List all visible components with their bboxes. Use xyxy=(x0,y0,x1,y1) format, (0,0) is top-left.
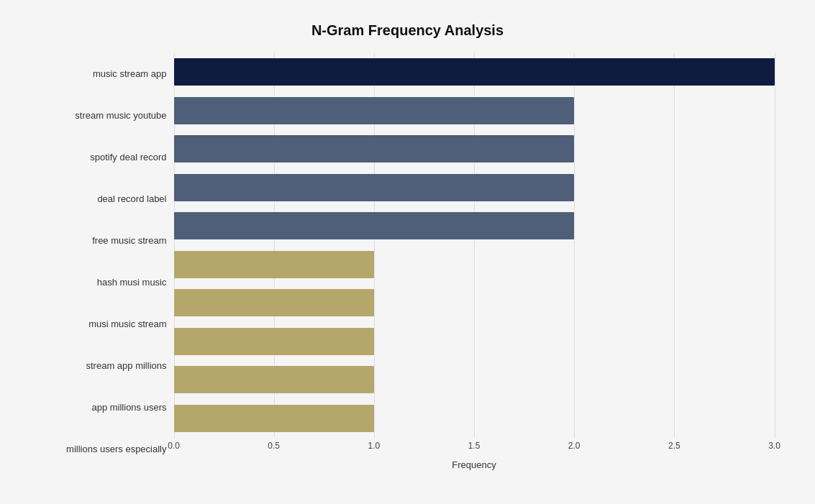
bar-hash-musi-music xyxy=(174,251,374,278)
x-tick: 2.5 xyxy=(668,441,680,451)
bar-row xyxy=(174,53,775,91)
x-tick: 2.0 xyxy=(568,441,580,451)
bar-row xyxy=(174,284,775,321)
plot-area: 0.00.51.01.52.02.53.0 Frequency xyxy=(174,53,775,470)
x-tick: 1.5 xyxy=(468,441,481,451)
bar-app-millions-users xyxy=(174,366,374,393)
y-label: millions users especially xyxy=(66,431,166,468)
bar-stream-music-youtube xyxy=(174,97,575,124)
bar-music-stream-app xyxy=(174,58,775,86)
y-label: music stream app xyxy=(93,55,167,93)
x-tick: 3.0 xyxy=(768,441,780,451)
bars-wrapper xyxy=(174,53,775,438)
y-label: hash musi music xyxy=(97,264,167,301)
bar-spotify-deal-record xyxy=(174,135,575,162)
bar-row xyxy=(174,361,775,398)
x-tick: 0.0 xyxy=(168,441,180,451)
x-axis: 0.00.51.01.52.02.53.0 Frequency xyxy=(174,441,775,470)
chart-area: music stream appstream music youtubespot… xyxy=(41,53,775,470)
chart-container: N-Gram Frequency Analysis music stream a… xyxy=(12,8,803,497)
y-label: deal record label xyxy=(97,180,166,218)
bar-row xyxy=(174,92,775,129)
bar-free-music-stream xyxy=(174,212,575,239)
y-label: free music stream xyxy=(92,222,166,260)
x-axis-label: Frequency xyxy=(174,459,775,470)
bar-row xyxy=(174,169,775,206)
bar-row xyxy=(174,207,775,244)
bar-row xyxy=(174,130,775,168)
y-label: stream app millions xyxy=(86,347,167,385)
grid-line xyxy=(775,53,775,438)
chart-title: N-Gram Frequency Analysis xyxy=(41,22,775,39)
x-ticks: 0.00.51.01.52.02.53.0 xyxy=(174,441,775,455)
y-axis: music stream appstream music youtubespot… xyxy=(41,53,174,470)
x-tick: 1.0 xyxy=(368,441,380,451)
bar-millions-users-especially xyxy=(174,405,374,432)
bar-stream-app-millions xyxy=(174,328,374,355)
y-label: app millions users xyxy=(91,389,166,426)
y-label: musi music stream xyxy=(88,306,166,343)
bar-row xyxy=(174,400,775,437)
bar-row xyxy=(174,246,775,283)
bar-row xyxy=(174,323,775,360)
bar-musi-music-stream xyxy=(174,289,374,316)
y-label: stream music youtube xyxy=(75,97,166,134)
y-label: spotify deal record xyxy=(90,139,166,176)
bar-deal-record-label xyxy=(174,174,575,201)
x-tick: 0.5 xyxy=(268,441,280,451)
